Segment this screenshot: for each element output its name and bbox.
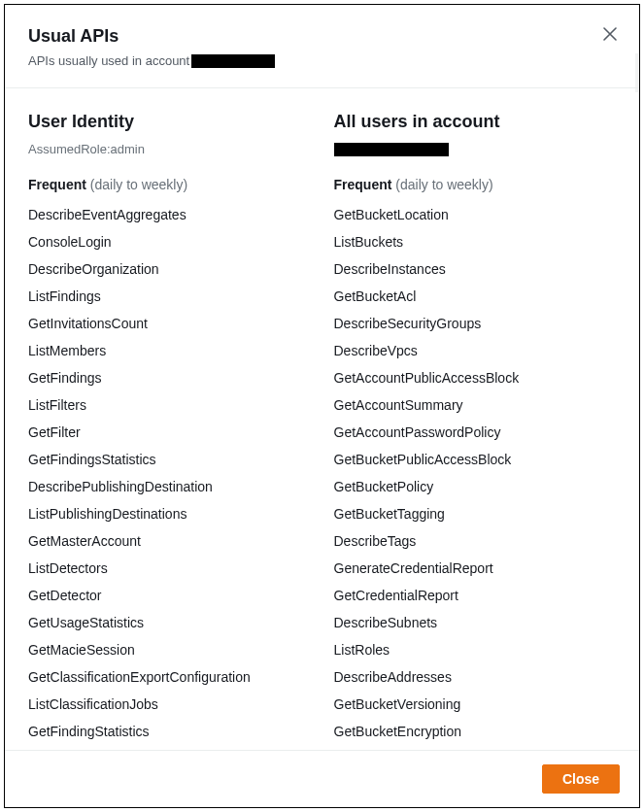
modal-header: Usual APIs APIs usually used in account bbox=[5, 5, 639, 88]
list-item: GetBucketVersioning bbox=[334, 692, 617, 719]
frequent-label-right: Frequent (daily to weekly) bbox=[334, 176, 617, 195]
list-item: ListDetectors bbox=[28, 556, 311, 583]
api-list-right: GetBucketLocationListBucketsDescribeInst… bbox=[334, 202, 617, 745]
list-item: GetClassificationExportConfiguration bbox=[28, 664, 311, 692]
list-item: ListRoles bbox=[334, 637, 617, 664]
list-item: ListFilters bbox=[28, 392, 311, 420]
list-item: GetBucketTagging bbox=[334, 501, 617, 528]
column-right-subtitle bbox=[334, 141, 617, 156]
close-icon-svg bbox=[603, 27, 617, 41]
frequent-label-left: Frequent (daily to weekly) bbox=[28, 176, 311, 195]
column-left-title: User Identity bbox=[28, 110, 311, 134]
list-item: ListClassificationJobs bbox=[28, 692, 311, 719]
list-item: DescribeSecurityGroups bbox=[334, 311, 617, 338]
list-item: DescribeInstances bbox=[334, 256, 617, 284]
list-item: GetAccountSummary bbox=[334, 392, 617, 420]
list-item: GetDetector bbox=[28, 583, 311, 610]
list-item: ListFindings bbox=[28, 284, 311, 311]
list-item: GetInvitationsCount bbox=[28, 311, 311, 338]
list-item: GetUsageStatistics bbox=[28, 610, 311, 637]
list-item: GetMasterAccount bbox=[28, 528, 311, 556]
close-button[interactable]: Close bbox=[542, 764, 620, 794]
list-item: DescribeVpcs bbox=[334, 338, 617, 365]
frequent-hint: (daily to weekly) bbox=[395, 177, 492, 192]
list-item: ListBuckets bbox=[334, 229, 617, 256]
list-item: GetFindingsStatistics bbox=[28, 447, 311, 474]
column-all-users: All users in account Frequent (daily to … bbox=[334, 110, 617, 740]
modal-subtitle-text: APIs usually used in account bbox=[28, 52, 189, 70]
modal-title: Usual APIs bbox=[28, 24, 616, 49]
list-item: GetBucketAcl bbox=[334, 284, 617, 311]
list-item: ListMembers bbox=[28, 338, 311, 365]
list-item: GetFindingStatistics bbox=[28, 719, 311, 746]
list-item: GenerateCredentialReport bbox=[334, 556, 617, 583]
list-item: GetFindings bbox=[28, 365, 311, 392]
modal-footer: Close bbox=[5, 750, 639, 807]
list-item: ListPublishingDestinations bbox=[28, 501, 311, 528]
list-item: DescribeOrganization bbox=[28, 256, 311, 284]
list-item: GetCredentialReport bbox=[334, 583, 617, 610]
list-item: DescribeAddresses bbox=[334, 664, 617, 692]
column-right-title: All users in account bbox=[334, 110, 617, 134]
list-item: ConsoleLogin bbox=[28, 229, 311, 256]
frequent-text: Frequent bbox=[28, 177, 86, 192]
list-item: GetAccountPublicAccessBlock bbox=[334, 365, 617, 392]
close-icon[interactable] bbox=[598, 22, 622, 46]
list-item: DescribePublishingDestination bbox=[28, 474, 311, 501]
frequent-text: Frequent bbox=[334, 177, 392, 192]
list-item: DescribeSubnets bbox=[334, 610, 617, 637]
list-item: GetBucketPolicy bbox=[334, 474, 617, 501]
list-item: GetAccountPasswordPolicy bbox=[334, 420, 617, 447]
column-user-identity: User Identity AssumedRole:admin Frequent… bbox=[28, 110, 311, 740]
list-item: GetBucketLocation bbox=[334, 202, 617, 229]
list-item: GetFilter bbox=[28, 420, 311, 447]
column-left-subtitle: AssumedRole:admin bbox=[28, 141, 311, 156]
modal-subtitle: APIs usually used in account bbox=[28, 52, 616, 70]
usual-apis-modal: Usual APIs APIs usually used in account … bbox=[4, 4, 640, 808]
list-item: GetBucketEncryption bbox=[334, 719, 617, 746]
modal-body: User Identity AssumedRole:admin Frequent… bbox=[5, 88, 639, 750]
list-item: DescribeTags bbox=[334, 528, 617, 556]
account-id-redacted bbox=[191, 54, 275, 68]
api-list-left: DescribeEventAggregatesConsoleLoginDescr… bbox=[28, 202, 311, 745]
account-scope-redacted bbox=[334, 143, 449, 156]
list-item: DescribeEventAggregates bbox=[28, 202, 311, 229]
frequent-hint: (daily to weekly) bbox=[90, 177, 187, 192]
list-item: GetBucketPublicAccessBlock bbox=[334, 447, 617, 474]
list-item: GetMacieSession bbox=[28, 637, 311, 664]
